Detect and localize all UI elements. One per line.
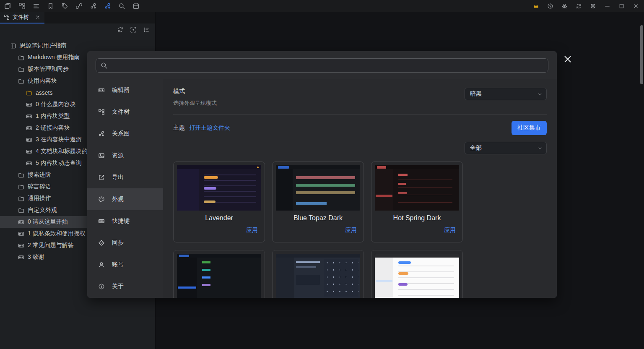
bookmark-button[interactable] — [46, 2, 55, 10]
settings-search-input[interactable] — [96, 58, 548, 73]
filetree-item-label: 2 常见问题与解答 — [28, 242, 74, 249]
settings-menu-label: 编辑器 — [112, 86, 130, 94]
crown-icon — [533, 3, 539, 9]
settings-menu-item-编辑器[interactable]: 编辑器 — [87, 79, 163, 101]
search-button[interactable] — [117, 2, 126, 10]
graph-button[interactable] — [89, 2, 97, 10]
graph-local-button[interactable] — [103, 2, 112, 10]
theme-card: Hot Spring Dark应用 — [371, 161, 463, 242]
export-icon — [98, 174, 105, 181]
backlink-icon — [75, 3, 83, 10]
settings-menu-item-快捷键[interactable]: 快捷键 — [87, 210, 163, 232]
theme-apply-button[interactable]: 应用 — [246, 227, 258, 234]
maximize-button[interactable] — [617, 2, 626, 10]
crown-button[interactable] — [532, 2, 540, 10]
mode-select[interactable]: 暗黑 — [465, 88, 547, 100]
theme-card-grid: Lavender应用Blue Topaz Dark应用Hot Spring Da… — [173, 161, 547, 298]
tag-button[interactable] — [60, 2, 69, 10]
filetree-item-label: 5 内容块动态查询 — [36, 159, 82, 167]
filetree-item-label: 碎言碎语 — [28, 183, 51, 190]
filetree-item-label: 3 在内容块中遨游 — [36, 136, 82, 143]
filetree-icon — [18, 3, 26, 10]
filetree-item-label: assets — [36, 89, 52, 96]
filetree-item-label: Markdown 使用指南 — [28, 54, 80, 61]
open-theme-folder-link[interactable]: 打开主题文件夹 — [189, 124, 230, 132]
folder-icon — [18, 195, 24, 202]
theme-preview — [276, 254, 360, 298]
close-button[interactable] — [631, 2, 640, 10]
theme-preview — [375, 165, 459, 211]
file-tree-icon — [4, 14, 10, 20]
sync-button[interactable] — [574, 2, 583, 10]
settings-icon — [590, 3, 596, 9]
settings-menu-item-资源[interactable]: 资源 — [87, 145, 163, 167]
doc-icon — [26, 137, 32, 143]
dialog-scrollbar-thumb[interactable] — [640, 25, 643, 84]
close-icon — [633, 3, 639, 9]
settings-menu-label: 外观 — [112, 195, 124, 203]
settings-menu-label: 资源 — [112, 152, 124, 159]
settings-menu-item-文件树[interactable]: 文件树 — [87, 101, 163, 123]
search-icon — [100, 62, 108, 69]
filetree-item-label: 1 隐私条款和使用授权 — [28, 230, 86, 237]
settings-menu-item-账号[interactable]: 账号 — [87, 254, 163, 276]
settings-button[interactable] — [589, 2, 597, 10]
backlink-button[interactable] — [75, 2, 83, 10]
settings-menu-item-关系图[interactable]: 关系图 — [87, 123, 163, 145]
bug-button[interactable] — [560, 2, 569, 10]
theme-card: Blue Topaz Dark应用 — [272, 161, 364, 242]
folder-icon — [18, 55, 24, 61]
bug-icon — [561, 3, 568, 9]
panels-button[interactable] — [3, 2, 12, 10]
outline-button[interactable] — [32, 2, 40, 10]
daily-note-button[interactable] — [132, 2, 140, 10]
theme-filter-select[interactable]: 全部 — [465, 142, 547, 154]
filetree-item[interactable]: 思源笔记用户指南 — [0, 40, 155, 52]
dialog-close-button[interactable] — [562, 54, 573, 65]
filetree-button[interactable] — [18, 2, 26, 10]
book-icon — [10, 43, 16, 49]
graph-local-icon — [104, 3, 111, 10]
filetree-item-label: 搜索进阶 — [28, 171, 51, 179]
maximize-icon — [618, 3, 625, 9]
titlebar — [0, 0, 644, 12]
settings-menu: 编辑器文件树关系图资源导出外观快捷键同步账号关于 — [87, 79, 163, 298]
theme-name: Lavender — [177, 214, 261, 223]
theme-card — [173, 250, 265, 298]
settings-menu-item-同步[interactable]: 同步 — [87, 232, 163, 254]
settings-menu-item-导出[interactable]: 导出 — [87, 167, 163, 188]
theme-apply-button[interactable]: 应用 — [444, 227, 456, 234]
sync-icon — [576, 3, 582, 9]
search-icon — [118, 3, 125, 10]
settings-menu-label: 关系图 — [112, 130, 130, 138]
minimize-button[interactable] — [603, 2, 611, 10]
focus-icon[interactable] — [130, 26, 137, 33]
doc-icon — [26, 148, 32, 155]
doc-icon — [26, 102, 32, 108]
mode-description: 选择外观呈现模式 — [173, 99, 217, 107]
refresh-icon[interactable] — [117, 26, 124, 33]
theme-apply-button[interactable]: 应用 — [345, 227, 357, 234]
settings-menu-label: 关于 — [112, 283, 124, 290]
help-button[interactable] — [546, 2, 554, 10]
settings-search — [96, 58, 548, 73]
settings-menu-item-外观[interactable]: 外观 — [87, 188, 163, 210]
filetree-item-label: 版本管理和同步 — [28, 65, 69, 73]
titlebar-left-icons — [3, 2, 140, 10]
doc-icon — [18, 231, 24, 237]
folder-icon — [18, 207, 24, 214]
outline-icon — [33, 3, 40, 10]
filetree-item-label: 0 请从这里开始 — [28, 218, 68, 226]
tab-close-icon[interactable] — [35, 14, 41, 20]
markdown-icon — [98, 87, 105, 94]
theme-preview — [177, 254, 261, 298]
folder-icon — [18, 184, 24, 190]
mode-select-value: 暗黑 — [470, 90, 482, 98]
settings-menu-item-关于[interactable]: 关于 — [87, 276, 163, 297]
folder-icon — [18, 78, 24, 84]
theme-name: Hot Spring Dark — [375, 214, 459, 223]
community-market-button[interactable]: 社区集市 — [512, 121, 547, 135]
tab-file-tree[interactable]: 文件树 — [0, 12, 44, 23]
app-window: 文件树 思源笔记用户指南Markdown 使用指南4版本管理和同步使用内容块as… — [0, 0, 644, 349]
sort-icon[interactable] — [143, 26, 150, 33]
